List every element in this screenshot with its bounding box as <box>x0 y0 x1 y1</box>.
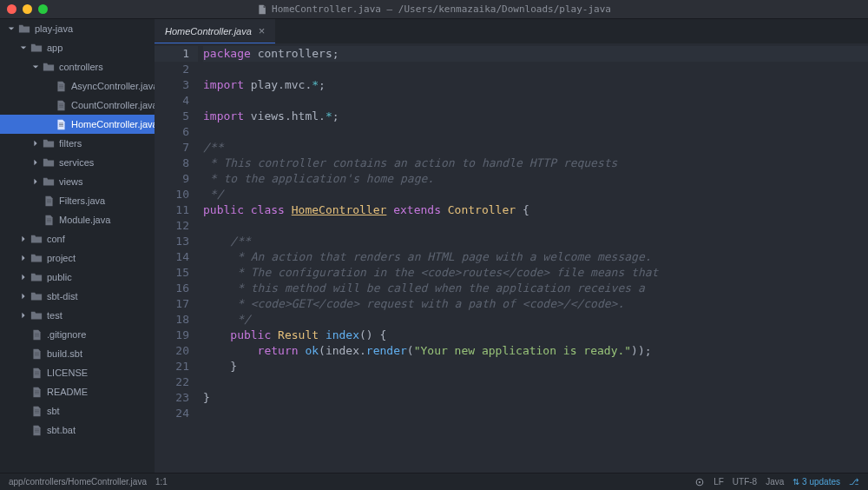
tree-item-label: public <box>47 272 72 282</box>
chevron-right-icon <box>19 292 28 301</box>
code-editor[interactable]: 123456789101112131415161718192021222324 … <box>155 43 868 473</box>
tree-item-label: Filters.java <box>59 195 105 206</box>
tree-item-label: project <box>47 253 76 263</box>
close-window-button[interactable] <box>7 4 16 14</box>
tree-item-sbt-bat[interactable]: sbt.bat <box>0 420 155 440</box>
chevron-right-icon <box>31 177 40 186</box>
file-icon <box>43 195 55 207</box>
tree-item-label: sbt.bat <box>47 425 76 435</box>
tree-item-label: services <box>59 157 94 168</box>
status-language[interactable]: Java <box>766 477 784 487</box>
tree-item-controllers[interactable]: controllers <box>0 57 155 76</box>
tree-item-filters[interactable]: filters <box>0 134 155 153</box>
titlebar: HomeController.java — /Users/kenmazaika/… <box>0 0 868 19</box>
tree-item-label: play-java <box>35 23 73 34</box>
tree-item-label: conf <box>47 234 65 244</box>
folder-icon <box>43 156 55 169</box>
maximize-window-button[interactable] <box>38 4 48 14</box>
folder-icon <box>43 137 55 149</box>
tree-item-play-java[interactable]: play-java <box>0 19 155 38</box>
tree-item-label: controllers <box>59 62 103 72</box>
tree-item-label: sbt-dist <box>47 291 77 301</box>
chevron-right-icon <box>31 158 40 167</box>
close-icon[interactable]: × <box>259 24 266 37</box>
line-number-gutter: 123456789101112131415161718192021222324 <box>155 43 198 473</box>
tree-item-label: AsyncController.java <box>71 81 155 91</box>
tree-item-project[interactable]: project <box>0 248 155 268</box>
status-file-path[interactable]: app/controllers/HomeController.java <box>9 477 147 487</box>
folder-icon <box>43 175 55 188</box>
file-icon <box>55 80 67 92</box>
file-icon <box>30 405 43 417</box>
chevron-right-icon <box>19 311 28 320</box>
file-icon <box>257 4 267 15</box>
tree-item-module-java[interactable]: Module.java <box>0 210 155 229</box>
code-content[interactable]: package controllers;import play.mvc.*;im… <box>198 43 868 473</box>
tree-item-app[interactable]: app <box>0 38 155 57</box>
status-cursor-position[interactable]: 1:1 <box>155 477 168 487</box>
file-icon <box>30 367 43 379</box>
chevron-down-icon <box>19 43 28 52</box>
folder-icon <box>43 61 55 73</box>
tree-item-asynccontroller-java[interactable]: AsyncController.java <box>0 76 155 96</box>
tree-item--gitignore[interactable]: .gitignore <box>0 325 155 344</box>
tree-item-license[interactable]: LICENSE <box>0 363 155 382</box>
tree-item-countcontroller-java[interactable]: CountController.java <box>0 96 155 115</box>
chevron-right-icon <box>19 254 28 262</box>
status-encoding[interactable]: UTF-8 <box>733 477 757 487</box>
tree-item-label: HomeController.java <box>71 119 155 129</box>
file-icon <box>55 118 67 130</box>
window-controls <box>7 4 48 14</box>
tree-item-conf[interactable]: conf <box>0 229 155 248</box>
file-tree-sidebar[interactable]: play-javaappcontrollersAsyncController.j… <box>0 19 155 473</box>
tree-item-views[interactable]: views <box>0 172 155 191</box>
tree-item-filters-java[interactable]: Filters.java <box>0 191 155 210</box>
git-icon[interactable]: ⎇ <box>849 477 859 487</box>
folder-icon <box>30 42 43 54</box>
file-icon <box>30 424 43 436</box>
chevron-right-icon <box>19 235 28 243</box>
tree-item-sbt-dist[interactable]: sbt-dist <box>0 287 155 306</box>
tree-item-label: build.sbt <box>47 348 82 359</box>
title-path: /Users/kenmazaika/Downloads/play-java <box>398 3 611 15</box>
tree-item-label: sbt <box>47 406 60 416</box>
tree-item-label: filters <box>59 138 82 149</box>
file-icon <box>30 386 43 398</box>
tree-item-homecontroller-java[interactable]: HomeController.java <box>0 115 155 134</box>
chevron-right-icon <box>31 139 40 148</box>
tree-item-build-sbt[interactable]: build.sbt <box>0 344 155 363</box>
file-icon <box>55 99 67 111</box>
chevron-down-icon <box>7 24 16 33</box>
tree-item-label: test <box>47 310 62 321</box>
tree-item-public[interactable]: public <box>0 268 155 287</box>
folder-icon <box>30 271 43 283</box>
minimize-window-button[interactable] <box>23 4 32 14</box>
status-line-ending[interactable]: LF <box>713 477 724 487</box>
tree-item-label: Module.java <box>59 215 110 225</box>
file-icon <box>30 328 43 341</box>
chevron-right-icon <box>19 273 28 281</box>
settings-icon[interactable] <box>694 477 705 487</box>
tree-item-label: CountController.java <box>71 100 155 110</box>
tree-item-label: app <box>47 43 62 53</box>
tab-bar: HomeController.java × <box>155 19 868 43</box>
tree-item-readme[interactable]: README <box>0 382 155 401</box>
tree-item-label: .gitignore <box>47 329 86 340</box>
tab-label: HomeController.java <box>165 26 252 36</box>
tree-item-sbt[interactable]: sbt <box>0 401 155 420</box>
folder-icon <box>18 23 30 35</box>
chevron-down-icon <box>31 63 40 71</box>
folder-icon <box>30 290 43 302</box>
tree-item-test[interactable]: test <box>0 306 155 325</box>
file-icon <box>43 214 55 226</box>
window-title: HomeController.java — /Users/kenmazaika/… <box>257 3 611 15</box>
status-updates[interactable]: ⇅ 3 updates <box>792 477 840 487</box>
tree-item-label: views <box>59 176 83 187</box>
tree-item-label: README <box>47 387 88 397</box>
status-bar: app/controllers/HomeController.java 1:1 … <box>0 473 868 490</box>
tree-item-services[interactable]: services <box>0 153 155 172</box>
tab-homecontroller[interactable]: HomeController.java × <box>155 19 275 43</box>
tree-item-label: LICENSE <box>47 368 88 378</box>
svg-point-1 <box>699 480 700 482</box>
folder-icon <box>30 233 43 245</box>
